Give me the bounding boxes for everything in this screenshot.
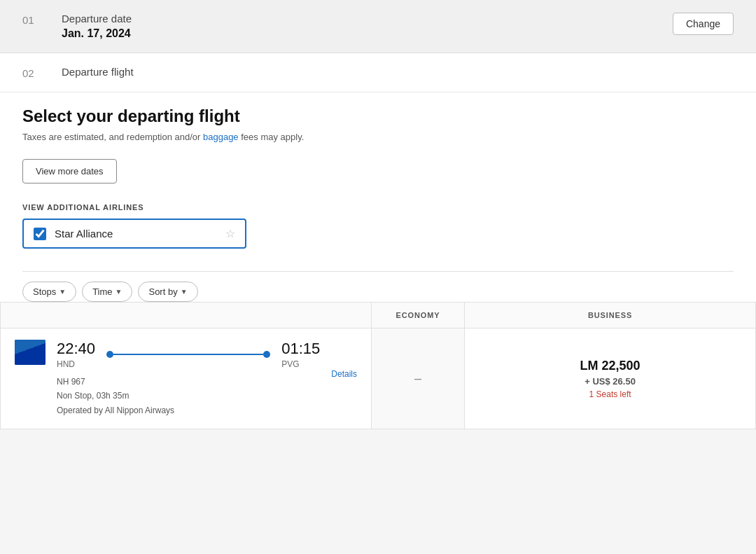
depart-block: 22:40 HND: [57, 340, 95, 369]
departure-date-section: 01 Departure date Jan. 17, 2024 Change: [0, 0, 756, 53]
flight-details: NH 967 Non Stop, 03h 35m Operated by All…: [57, 375, 320, 417]
time-chevron-icon: ▼: [115, 288, 122, 296]
main-content: Select your departing flight Taxes are e…: [0, 106, 756, 249]
time-filter-button[interactable]: Time ▼: [82, 282, 132, 302]
view-more-dates-button[interactable]: View more dates: [22, 159, 117, 183]
results-table-wrapper: ECONOMY BUSINESS 22:40 HND: [0, 302, 756, 429]
departure-date: Jan. 17, 2024: [62, 27, 132, 40]
flight-number: NH 967: [57, 375, 320, 389]
sortby-label: Sort by: [148, 286, 177, 297]
flight-info-cell: 22:40 HND 01:15 PVG: [1, 328, 372, 429]
business-miles: LM 22,500: [476, 359, 744, 373]
flight-times-wrapper: 22:40 HND 01:15 PVG: [57, 340, 320, 417]
col-flight-header: [1, 303, 372, 328]
star-alliance-row: Star Alliance ☆: [22, 219, 246, 249]
subtitle-text: Taxes are estimated, and redemption and/…: [22, 132, 203, 142]
route-line: [113, 354, 263, 355]
filter-bar: Stops ▼ Time ▼ Sort by ▼: [0, 271, 756, 302]
seats-left: 1 Seats left: [476, 389, 744, 399]
baggage-link[interactable]: baggage: [203, 132, 239, 142]
stops-label: Stops: [33, 286, 56, 297]
stops-chevron-icon: ▼: [59, 288, 66, 296]
arrive-time: 01:15: [281, 340, 320, 358]
economy-value: –: [414, 371, 421, 385]
depart-airport: HND: [57, 359, 95, 369]
table-row: 22:40 HND 01:15 PVG: [1, 328, 756, 429]
depart-dot: [106, 351, 113, 358]
depart-time: 22:40: [57, 340, 95, 358]
flights-table: ECONOMY BUSINESS 22:40 HND: [0, 302, 756, 429]
operated-by: Operated by All Nippon Airways: [57, 403, 320, 417]
business-cell[interactable]: LM 22,500 + US$ 26.50 1 Seats left: [465, 328, 756, 429]
additional-airlines-label: VIEW ADDITIONAL AIRLINES: [22, 203, 734, 212]
sortby-filter-button[interactable]: Sort by ▼: [138, 282, 197, 302]
flight-duration: Non Stop, 03h 35m: [57, 389, 320, 403]
arrive-dot: [263, 351, 270, 358]
flight-times: 22:40 HND 01:15 PVG: [57, 340, 320, 369]
subtitle-suffix: fees may apply.: [239, 132, 304, 142]
step1-title: Departure date: [62, 13, 132, 25]
step2-title: Departure flight: [62, 66, 134, 78]
stops-filter-button[interactable]: Stops ▼: [22, 282, 76, 302]
star-alliance-checkbox[interactable]: [34, 228, 46, 240]
step1-number: 01: [22, 13, 45, 26]
details-link[interactable]: Details: [331, 369, 357, 379]
departure-flight-section: 02 Departure flight Select your departin…: [0, 53, 756, 429]
details-link-wrapper: Details: [331, 340, 357, 379]
star-alliance-name: Star Alliance: [55, 228, 217, 240]
col-business-header: BUSINESS: [465, 303, 756, 328]
star-icon[interactable]: ☆: [225, 227, 235, 240]
business-usd: + US$ 26.50: [476, 376, 744, 387]
arrive-block: 01:15 PVG: [281, 340, 320, 369]
flight-line: [106, 351, 270, 358]
airline-logo: [15, 340, 46, 365]
page-heading: Select your departing flight: [22, 106, 734, 126]
time-label: Time: [92, 286, 112, 297]
change-date-button[interactable]: Change: [673, 13, 734, 35]
arrive-airport: PVG: [281, 359, 320, 369]
sortby-chevron-icon: ▼: [181, 288, 188, 296]
step2-number: 02: [22, 66, 45, 79]
economy-cell[interactable]: –: [372, 328, 465, 429]
subtitle: Taxes are estimated, and redemption and/…: [22, 132, 734, 142]
col-economy-header: ECONOMY: [372, 303, 465, 328]
